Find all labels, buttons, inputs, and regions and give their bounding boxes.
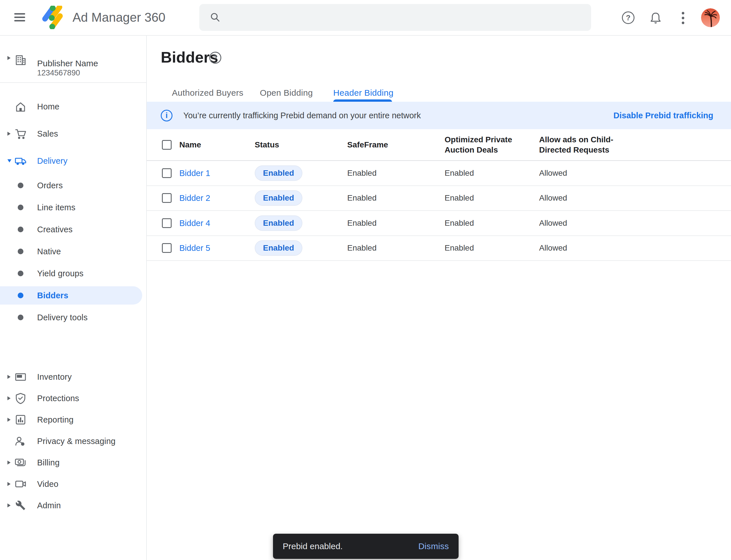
snackbar-toast: Prebid enabled. Dismiss	[273, 534, 458, 559]
truck-icon	[13, 154, 28, 168]
chevron-right-icon	[7, 503, 11, 507]
product-title: Ad Manager 360	[73, 11, 165, 24]
sidebar-nav: Publisher Name 1234567890 Home	[0, 36, 147, 560]
bidder-link[interactable]: Bidder 5	[179, 243, 210, 253]
cart-icon	[13, 127, 28, 141]
status-badge-label: Enabled	[263, 219, 294, 228]
tab-header-bidding[interactable]: Header Bidding	[333, 87, 393, 99]
top-bar: Ad Manager 360 ?	[0, 0, 731, 36]
chevron-right-icon	[7, 132, 11, 136]
bullet-icon	[18, 227, 23, 232]
row-checkbox[interactable]	[162, 168, 172, 178]
toast-message: Prebid enabled.	[283, 541, 343, 551]
sidebar-item-reporting[interactable]: Reporting	[0, 409, 146, 430]
sidebar-item-creatives[interactable]: Creatives	[0, 218, 146, 240]
bidders-table: Name Status SafeFrame Optimized Private …	[147, 129, 731, 261]
sidebar-item-inventory[interactable]: Inventory	[0, 366, 146, 387]
chevron-down-icon	[7, 159, 11, 162]
sidebar-item-bidders[interactable]: Bidders	[0, 284, 146, 306]
home-icon	[13, 99, 28, 114]
tab-open-bidding[interactable]: Open Bidding	[260, 87, 313, 99]
bidder-link[interactable]: Bidder 4	[179, 218, 210, 228]
column-header-child-directed: Allow ads on Child-Directed Requests	[539, 135, 628, 155]
info-icon: i	[161, 110, 173, 121]
child-directed-value: Allowed	[539, 219, 567, 228]
bar-chart-icon	[13, 413, 28, 427]
page-help-icon[interactable]: ?	[209, 52, 221, 64]
column-header-status: Status	[255, 140, 279, 150]
sidebar-item-sales[interactable]: Sales	[0, 120, 146, 147]
safeframe-value: Enabled	[347, 243, 376, 253]
row-checkbox[interactable]	[162, 193, 172, 203]
sidebar-publisher-switcher[interactable]: Publisher Name 1234567890	[0, 42, 146, 74]
child-directed-value: Allowed	[539, 243, 567, 253]
avatar[interactable]	[701, 8, 720, 27]
sidebar-item-delivery-tools[interactable]: Delivery tools	[0, 306, 146, 328]
chevron-right-icon	[7, 482, 11, 486]
table-row: Bidder 1 Enabled Enabled Enabled Allowed	[147, 161, 731, 186]
sidebar-item-protections[interactable]: Protections	[0, 387, 146, 409]
banner-message: You’re currently trafficking Prebid dema…	[183, 111, 421, 120]
status-badge: Enabled	[255, 215, 303, 231]
chevron-right-icon	[7, 461, 11, 465]
status-badge-label: Enabled	[263, 243, 294, 253]
table-header-row: Name Status SafeFrame Optimized Private …	[147, 129, 731, 161]
status-badge: Enabled	[255, 165, 303, 181]
select-all-checkbox[interactable]	[162, 140, 172, 150]
video-camera-icon	[13, 477, 28, 491]
row-checkbox[interactable]	[162, 218, 172, 228]
bidder-link[interactable]: Bidder 2	[179, 193, 210, 203]
sidebar-item-yield-groups[interactable]: Yield groups	[0, 262, 146, 284]
app-window: Ad Manager 360 ?	[0, 0, 731, 560]
sidebar-item-native[interactable]: Native	[0, 240, 146, 262]
bidder-link[interactable]: Bidder 1	[179, 168, 210, 178]
bullet-icon	[18, 249, 23, 254]
table-row: Bidder 4 Enabled Enabled Enabled Allowed	[147, 211, 731, 236]
bullet-icon	[18, 205, 23, 210]
palm-tree-avatar-image	[701, 8, 720, 27]
dismiss-button[interactable]: Dismiss	[418, 541, 449, 551]
wrench-icon	[13, 498, 28, 513]
publisher-network-id: 1234567890	[37, 69, 80, 77]
opad-value: Enabled	[444, 193, 474, 203]
column-header-opad: Optimized Private Auction Deals	[444, 135, 524, 155]
table-row: Bidder 5 Enabled Enabled Enabled Allowed	[147, 236, 731, 261]
help-icon[interactable]: ?	[622, 11, 634, 24]
bullet-icon	[18, 183, 23, 188]
search-bar[interactable]	[199, 4, 591, 31]
notifications-bell-icon[interactable]	[648, 10, 663, 25]
person-badge-icon	[13, 434, 28, 448]
search-input[interactable]	[228, 9, 591, 26]
sidebar-item-video[interactable]: Video	[0, 473, 146, 495]
building-icon	[13, 53, 28, 67]
sidebar-item-admin[interactable]: Admin	[0, 495, 146, 516]
sidebar-item-home[interactable]: Home	[0, 93, 146, 120]
ad-unit-icon	[13, 370, 28, 384]
search-icon	[209, 11, 222, 24]
payments-icon	[13, 455, 28, 470]
chevron-right-icon	[7, 396, 11, 400]
child-directed-value: Allowed	[539, 193, 567, 203]
column-header-safeframe: SafeFrame	[347, 140, 388, 150]
ad-manager-logo-icon	[41, 6, 64, 29]
sidebar-item-billing[interactable]: Billing	[0, 452, 146, 473]
sidebar-item-privacy-messaging[interactable]: Privacy & messaging	[0, 430, 146, 452]
table-row: Bidder 2 Enabled Enabled Enabled Allowed	[147, 186, 731, 211]
status-badge: Enabled	[255, 240, 303, 256]
menu-icon[interactable]	[14, 13, 25, 22]
shield-check-icon	[13, 391, 28, 405]
bullet-icon	[18, 315, 23, 320]
status-badge-label: Enabled	[263, 193, 294, 203]
chevron-right-icon	[7, 418, 11, 422]
overflow-menu-icon[interactable]	[679, 11, 687, 25]
sidebar-item-delivery[interactable]: Delivery	[0, 147, 146, 174]
row-checkbox[interactable]	[162, 243, 172, 253]
child-directed-value: Allowed	[539, 169, 567, 178]
opad-value: Enabled	[444, 219, 474, 228]
sidebar-item-line-items[interactable]: Line items	[0, 196, 146, 218]
status-badge-label: Enabled	[263, 169, 294, 178]
sidebar-item-orders[interactable]: Orders	[0, 174, 146, 196]
disable-prebid-trafficking-link[interactable]: Disable Prebid trafficking	[613, 111, 713, 120]
column-header-name: Name	[179, 140, 201, 150]
tab-authorized-buyers[interactable]: Authorized Buyers	[172, 87, 243, 99]
